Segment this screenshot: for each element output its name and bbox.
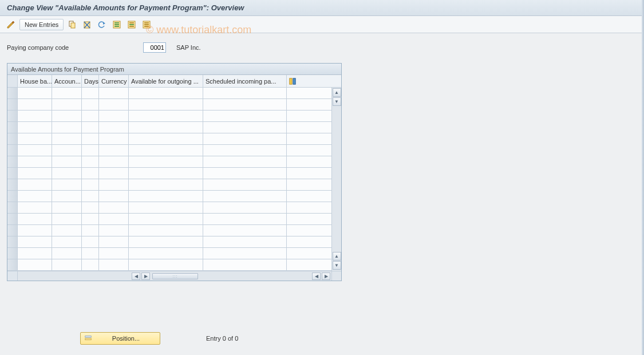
table-cell-input[interactable]	[203, 111, 286, 121]
table-cell-input[interactable]	[52, 259, 81, 270]
table-cell-input[interactable]	[99, 156, 128, 167]
table-cell-input[interactable]	[52, 179, 81, 190]
table-cell-input[interactable]	[82, 111, 98, 121]
paying-cc-input[interactable]	[143, 42, 166, 53]
col-header-house-bank[interactable]: House ba...	[18, 75, 52, 87]
table-cell-input[interactable]	[203, 88, 286, 98]
row-selector[interactable]	[7, 99, 18, 110]
table-cell-input[interactable]	[203, 179, 286, 190]
table-cell-input[interactable]	[99, 168, 128, 179]
table-cell-input[interactable]	[18, 133, 52, 144]
table-cell-input[interactable]	[18, 214, 52, 224]
hscroll-thumb[interactable]: :::	[152, 273, 198, 279]
table-cell-input[interactable]	[203, 236, 286, 247]
table-cell-input[interactable]	[203, 156, 286, 167]
table-cell-input[interactable]	[129, 214, 203, 224]
row-selector[interactable]	[7, 179, 18, 190]
scroll-down-button[interactable]: ▼	[333, 97, 341, 106]
table-cell-input[interactable]	[18, 156, 52, 167]
table-cell-input[interactable]	[82, 248, 98, 259]
table-cell-input[interactable]	[82, 168, 98, 179]
horizontal-scrollbar[interactable]: ◀ ▶ ::: ◀ ▶	[7, 271, 341, 281]
table-cell-input[interactable]	[52, 156, 81, 167]
deselect-all-icon[interactable]	[140, 19, 153, 30]
row-selector[interactable]	[7, 122, 18, 133]
table-cell-input[interactable]	[18, 191, 52, 202]
scroll-right-button[interactable]: ▶	[322, 273, 330, 280]
table-cell-input[interactable]	[82, 214, 98, 224]
row-selector[interactable]	[7, 225, 18, 236]
table-cell-input[interactable]	[129, 133, 203, 144]
row-selector-header[interactable]	[7, 75, 18, 87]
scroll-left-step-button[interactable]: ▶	[141, 273, 150, 280]
table-cell-input[interactable]	[82, 225, 98, 236]
select-block-icon[interactable]	[125, 19, 138, 30]
table-cell-input[interactable]	[99, 259, 128, 270]
table-cell-input[interactable]	[99, 236, 128, 247]
table-cell-input[interactable]	[82, 122, 98, 133]
table-cell-input[interactable]	[82, 259, 98, 270]
table-cell-input[interactable]	[129, 168, 203, 179]
table-cell-input[interactable]	[203, 225, 286, 236]
table-cell-input[interactable]	[203, 191, 286, 202]
table-cell-input[interactable]	[82, 156, 98, 167]
table-cell-input[interactable]	[18, 168, 52, 179]
table-cell-input[interactable]	[99, 191, 128, 202]
col-header-currency[interactable]: Currency	[99, 75, 129, 87]
table-cell-input[interactable]	[203, 214, 286, 224]
col-header-outgoing[interactable]: Available for outgoing ...	[129, 75, 203, 87]
row-selector[interactable]	[7, 111, 18, 121]
row-selector[interactable]	[7, 168, 18, 179]
copy-as-icon[interactable]	[66, 19, 78, 30]
col-header-incoming[interactable]: Scheduled incoming pa...	[203, 75, 287, 87]
row-selector[interactable]	[7, 133, 18, 144]
table-cell-input[interactable]	[99, 88, 128, 98]
delete-icon[interactable]	[81, 19, 93, 30]
col-header-account[interactable]: Accoun...	[52, 75, 82, 87]
new-entries-button[interactable]: New Entries	[19, 19, 64, 30]
table-config-button[interactable]	[287, 75, 298, 87]
table-cell-input[interactable]	[18, 111, 52, 121]
table-cell-input[interactable]	[82, 202, 98, 213]
table-cell-input[interactable]	[52, 248, 81, 259]
table-cell-input[interactable]	[82, 191, 98, 202]
table-cell-input[interactable]	[52, 99, 81, 110]
scroll-up-bottom-button[interactable]: ▲	[333, 252, 341, 261]
table-cell-input[interactable]	[203, 99, 286, 110]
table-cell-input[interactable]	[52, 202, 81, 213]
table-cell-input[interactable]	[129, 202, 203, 213]
table-cell-input[interactable]	[203, 259, 286, 270]
row-selector[interactable]	[7, 88, 18, 98]
table-cell-input[interactable]	[99, 145, 128, 156]
table-cell-input[interactable]	[203, 133, 286, 144]
table-cell-input[interactable]	[203, 145, 286, 156]
table-cell-input[interactable]	[129, 88, 203, 98]
toggle-change-icon[interactable]	[5, 19, 17, 30]
table-cell-input[interactable]	[82, 99, 98, 110]
table-cell-input[interactable]	[129, 236, 203, 247]
table-cell-input[interactable]	[52, 225, 81, 236]
table-cell-input[interactable]	[129, 179, 203, 190]
table-cell-input[interactable]	[99, 179, 128, 190]
row-selector[interactable]	[7, 156, 18, 167]
table-cell-input[interactable]	[82, 236, 98, 247]
table-cell-input[interactable]	[18, 259, 52, 270]
table-cell-input[interactable]	[129, 145, 203, 156]
table-cell-input[interactable]	[82, 145, 98, 156]
table-cell-input[interactable]	[129, 191, 203, 202]
table-cell-input[interactable]	[82, 133, 98, 144]
table-cell-input[interactable]	[52, 191, 81, 202]
row-selector[interactable]	[7, 259, 18, 270]
table-cell-input[interactable]	[82, 179, 98, 190]
table-cell-input[interactable]	[18, 236, 52, 247]
table-cell-input[interactable]	[203, 168, 286, 179]
table-cell-input[interactable]	[99, 202, 128, 213]
row-selector[interactable]	[7, 145, 18, 156]
scroll-down-bottom-button[interactable]: ▼	[333, 261, 341, 270]
table-cell-input[interactable]	[129, 122, 203, 133]
table-cell-input[interactable]	[18, 248, 52, 259]
table-cell-input[interactable]	[52, 214, 81, 224]
table-cell-input[interactable]	[99, 122, 128, 133]
undo-change-icon[interactable]	[96, 19, 108, 30]
scroll-up-button[interactable]: ▲	[333, 88, 341, 97]
